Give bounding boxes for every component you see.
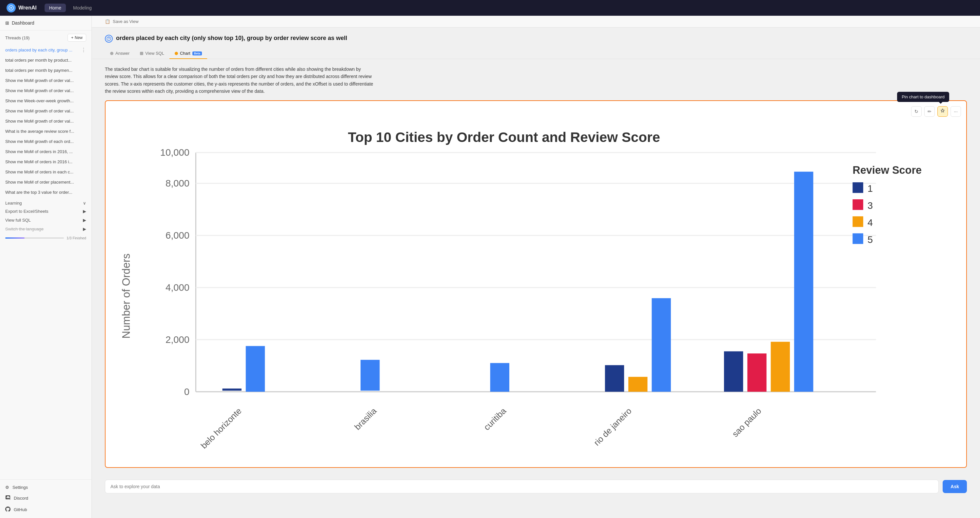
refresh-icon: ↻	[915, 109, 918, 114]
legend-title: Review Score	[853, 164, 922, 176]
pin-icon	[940, 108, 945, 114]
edit-chart-button[interactable]: ✏	[924, 106, 935, 117]
refresh-chart-button[interactable]: ↻	[911, 106, 922, 117]
export-label: Export to Excel/Sheets	[5, 209, 49, 214]
x-label-cu: curitiba	[482, 406, 508, 432]
x-label-bh: belo horizonte	[199, 406, 243, 450]
pin-chart-button[interactable]	[937, 106, 948, 117]
discord-item[interactable]: Discord	[0, 492, 91, 504]
threads-header: Threads (19) + New	[0, 30, 91, 45]
bar-chart: Top 10 Cities by Order Count and Review …	[111, 121, 961, 461]
home-nav-button[interactable]: Home	[45, 3, 66, 12]
plus-icon: +	[71, 35, 73, 40]
sql-tab-icon	[140, 52, 143, 55]
export-excel-item[interactable]: Export to Excel/Sheets ▶	[0, 207, 91, 216]
thread-item[interactable]: Show me MoM growth of order val... ⋮	[0, 75, 91, 86]
threads-label: Threads (19)	[5, 35, 30, 40]
thread-more-icon[interactable]: ⋮	[81, 47, 86, 53]
github-icon	[5, 507, 11, 513]
pin-tooltip: Pin chart to dashboard	[897, 92, 949, 102]
dashboard-icon: ⊞	[5, 20, 9, 26]
dashboard-section[interactable]: ⊞ Dashboard	[0, 16, 91, 30]
legend-label-4: 4	[867, 217, 873, 228]
logo-icon	[6, 3, 16, 13]
thread-item[interactable]: What are the top 3 value for order... ⋮	[0, 187, 91, 198]
thread-item[interactable]: total orders per month by product... ⋮	[0, 55, 91, 65]
learning-section: Learning ∨	[0, 198, 91, 207]
settings-item[interactable]: ⚙ Settings	[0, 482, 91, 492]
thread-item[interactable]: What is the average review score f... ⋮	[0, 126, 91, 136]
chart-tab-icon	[175, 52, 178, 55]
thread-item[interactable]: Show me MoM of orders in 2016, ... ⋮	[0, 147, 91, 157]
discord-icon	[5, 495, 11, 501]
thread-item[interactable]: Show me MoM of orders in 2016 i... ⋮	[0, 157, 91, 167]
github-label: GitHub	[14, 507, 27, 512]
github-item[interactable]: GitHub	[0, 504, 91, 515]
svg-text:6,000: 6,000	[165, 230, 189, 240]
legend-color-3	[853, 199, 863, 210]
progress-bar-fill	[5, 237, 25, 239]
thread-item-label: Show me MoM growth of order val...	[5, 78, 81, 83]
ask-input[interactable]	[105, 480, 939, 493]
ask-button[interactable]: Ask	[943, 480, 967, 493]
answer-tab-icon	[110, 52, 113, 55]
view-sql-label: View full SQL	[5, 218, 31, 223]
thread-item-label: Show me Week-over-week growth...	[5, 98, 81, 103]
bar-sp-3	[747, 354, 766, 392]
chart-beta-badge: Beta	[192, 51, 202, 56]
save-as-view-bar: 📋 Save as View	[92, 16, 980, 27]
legend-color-5	[853, 233, 863, 244]
sidebar-bottom-section: ⚙ Settings Discord GitHub	[0, 479, 91, 518]
thread-item[interactable]: Show me Week-over-week growth... ⋮	[0, 96, 91, 106]
thread-item-label: Show me MoM growth of each ord...	[5, 139, 81, 144]
legend-label-1: 1	[867, 183, 873, 194]
bar-rj-1	[605, 365, 624, 392]
svg-text:4,000: 4,000	[165, 282, 189, 292]
thread-item-label: Show me MoM of order placement...	[5, 180, 81, 185]
tab-sql[interactable]: View SQL	[135, 48, 169, 59]
tab-chart[interactable]: Chart Beta	[169, 48, 207, 59]
save-as-view-label: Save as View	[113, 19, 138, 24]
svg-text:10,000: 10,000	[160, 147, 189, 158]
ask-bar: Ask	[92, 474, 980, 499]
thread-item[interactable]: Show me MoM growth of order val... ⋮	[0, 86, 91, 96]
chart-container: Pin chart to dashboard ↻ ✏	[105, 100, 967, 468]
bar-sp-5	[794, 172, 813, 392]
thread-item[interactable]: Show me MoM growth of order val... ⋮	[0, 106, 91, 116]
more-options-button[interactable]: ···	[950, 106, 961, 117]
main-content: 📋 Save as View orders placed by each cit…	[92, 16, 980, 518]
discord-label: Discord	[14, 496, 28, 500]
thread-item[interactable]: Show me MoM growth of order val... ⋮	[0, 116, 91, 126]
thread-item[interactable]: Show me MoM of order placement... ⋮	[0, 177, 91, 187]
chart-actions: Pin chart to dashboard ↻ ✏	[111, 106, 961, 117]
thread-item-label: orders placed by each city, group ...	[5, 48, 81, 53]
legend-color-1	[853, 182, 863, 193]
thread-item[interactable]: orders placed by each city, group ... ⋮	[0, 45, 91, 55]
settings-label: Settings	[13, 485, 28, 490]
thread-item[interactable]: total orders per month by paymen... ⋮	[0, 65, 91, 75]
bar-br-5	[361, 360, 380, 390]
legend-color-4	[853, 216, 863, 226]
switch-language-item[interactable]: Switch the language ▶	[0, 225, 91, 233]
svg-text:2,000: 2,000	[165, 334, 189, 344]
view-sql-item[interactable]: View full SQL ▶	[0, 216, 91, 225]
progress-label: 1/3 Finished	[67, 236, 86, 240]
dashboard-label: Dashboard	[12, 20, 34, 26]
switch-language-label: Switch the language	[5, 226, 44, 231]
thread-item[interactable]: Show me MoM growth of each ord... ⋮	[0, 136, 91, 147]
thread-list: orders placed by each city, group ... ⋮ …	[0, 45, 91, 198]
arrow-right-icon: ▶	[83, 209, 86, 214]
x-label-sp: sao paulo	[730, 406, 763, 438]
thread-item-label: Show me MoM growth of order val...	[5, 119, 81, 124]
logo-text: WrenAI	[18, 5, 37, 11]
thread-item-label: Show me MoM of orders in each c...	[5, 169, 81, 174]
save-icon: 📋	[105, 19, 110, 24]
arrow-right-icon: ▶	[83, 218, 86, 223]
thread-item-label: total orders per month by product...	[5, 58, 81, 63]
svg-text:0: 0	[184, 386, 189, 397]
tab-answer[interactable]: Answer	[105, 48, 135, 59]
new-thread-button[interactable]: + New	[67, 34, 86, 41]
thread-item[interactable]: Show me MoM of orders in each c... ⋮	[0, 167, 91, 177]
learning-toggle[interactable]: Learning ∨	[5, 201, 86, 206]
modeling-nav-button[interactable]: Modeling	[68, 3, 96, 12]
